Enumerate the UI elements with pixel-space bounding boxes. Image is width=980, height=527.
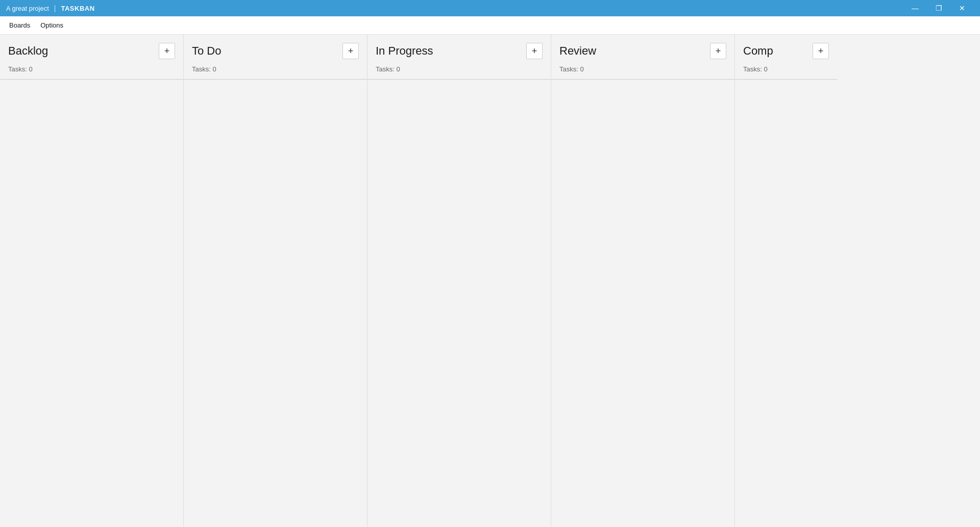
column-completed: Comp + Tasks: 0 [735,35,837,527]
close-button[interactable]: ✕ [950,0,974,16]
add-task-button-todo[interactable]: + [342,43,359,59]
column-header-backlog: Backlog + [0,35,183,63]
column-inprogress: In Progress + Tasks: 0 [368,35,551,527]
column-body-completed [735,80,837,527]
title-bar-left: A great project | TASKBAN [6,4,95,12]
board-content: Backlog + Tasks: 0 To Do + Tasks: 0 In P… [0,35,980,527]
minimize-button[interactable]: — [903,0,927,16]
task-count-inprogress: Tasks: 0 [368,63,551,80]
app-name: TASKBAN [61,5,94,12]
column-header-todo: To Do + [184,35,367,63]
add-task-button-inprogress[interactable]: + [526,43,543,59]
title-bar-separator: | [54,4,56,12]
title-bar-controls: — ❐ ✕ [903,0,974,16]
column-title-inprogress: In Progress [376,44,433,58]
add-task-button-completed[interactable]: + [813,43,829,59]
menu-bar: Boards Options [0,16,980,35]
column-todo: To Do + Tasks: 0 [184,35,368,527]
column-backlog: Backlog + Tasks: 0 [0,35,184,527]
task-count-review: Tasks: 0 [551,63,734,80]
column-body-review [551,80,734,527]
maximize-button[interactable]: ❐ [927,0,950,16]
menu-item-options[interactable]: Options [35,19,68,31]
column-body-todo [184,80,367,527]
column-title-completed: Comp [743,44,773,58]
column-body-backlog [0,80,183,527]
column-review: Review + Tasks: 0 [551,35,735,527]
task-count-backlog: Tasks: 0 [0,63,183,80]
column-header-review: Review + [551,35,734,63]
board-area[interactable]: Backlog + Tasks: 0 To Do + Tasks: 0 In P… [0,35,980,527]
column-title-review: Review [559,44,596,58]
title-bar: A great project | TASKBAN — ❐ ✕ [0,0,980,16]
column-title-backlog: Backlog [8,44,48,58]
add-task-button-backlog[interactable]: + [159,43,175,59]
project-name: A great project [6,5,49,12]
task-count-completed: Tasks: 0 [735,63,837,80]
menu-item-boards[interactable]: Boards [4,19,35,31]
column-header-completed: Comp + [735,35,837,63]
column-header-inprogress: In Progress + [368,35,551,63]
column-title-todo: To Do [192,44,221,58]
task-count-todo: Tasks: 0 [184,63,367,80]
column-body-inprogress [368,80,551,527]
add-task-button-review[interactable]: + [710,43,726,59]
